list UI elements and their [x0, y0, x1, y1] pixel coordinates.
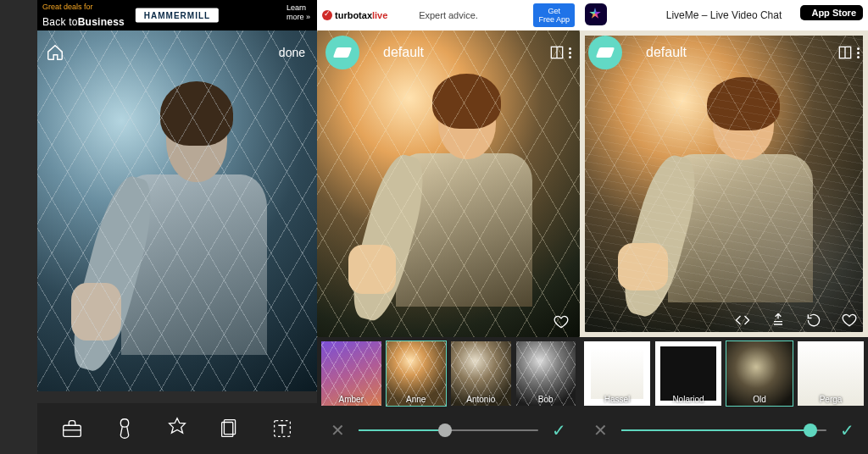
slider-knob[interactable] [804, 424, 817, 437]
filter-label: Antonio [451, 395, 511, 404]
phone-screen-1: Great deals for Back toBusiness HAMMERMI… [37, 0, 317, 454]
ad-learn-more[interactable]: Learn more » [287, 3, 310, 22]
brush-tool-icon[interactable] [112, 416, 137, 441]
app-store-button[interactable]: App Store [800, 5, 863, 20]
filter-thumb-amber[interactable]: Amber [320, 340, 382, 407]
canvas-gap [37, 391, 317, 403]
ad-logo-turbotax: turbotaxlive [322, 10, 387, 20]
compare-button[interactable] [837, 44, 860, 61]
favorite-button[interactable] [553, 313, 570, 330]
ad-cta-line2: Free App [538, 15, 570, 24]
texture-thumb-nolariod[interactable]: Nolariod [654, 340, 722, 407]
texture-label: Hassel [584, 395, 650, 404]
ad-tt2: live [372, 10, 387, 20]
texture-controls [580, 312, 868, 332]
ad-app-icon [585, 3, 607, 25]
slider-knob[interactable] [438, 424, 452, 437]
ad-banner-turbotax[interactable]: turbotaxlive Expert advice. Get Free App [317, 0, 580, 30]
texture-label: Nolariod [655, 395, 721, 404]
shuffle-button[interactable] [770, 312, 787, 332]
intensity-slider[interactable] [359, 429, 538, 431]
filter-label: Amber [321, 395, 381, 404]
compare-button[interactable] [548, 44, 571, 61]
ad-learn-line1: Learn [287, 3, 310, 13]
slider-fill [359, 429, 445, 431]
rotate-button[interactable] [805, 312, 822, 332]
phone-screen-3: LiveMe – Live Video Chat App Store defau… [580, 0, 868, 454]
stage-left-margin [0, 0, 37, 454]
filter-thumb-bob[interactable]: Bob [515, 340, 577, 407]
apply-button[interactable]: ✓ [552, 420, 566, 440]
ad-banner-liveme[interactable]: LiveMe – Live Video Chat App Store [580, 0, 868, 30]
edit-canvas[interactable]: default [580, 30, 868, 337]
texture-thumb-hassel[interactable]: Hassel [583, 340, 651, 407]
intensity-bar: ✕ ✓ [317, 407, 580, 454]
edit-canvas[interactable]: done [37, 30, 317, 391]
texture-thumb-perga[interactable]: Perga [797, 340, 865, 407]
filter-title: default [646, 45, 687, 60]
ad-learn-line2: more » [287, 13, 310, 22]
edit-canvas[interactable]: default [317, 30, 580, 337]
tool-toolbar [37, 403, 317, 454]
home-button[interactable] [46, 43, 64, 62]
apply-button[interactable]: ✓ [840, 420, 854, 440]
more-icon [857, 47, 860, 58]
eraser-icon [596, 47, 615, 58]
flip-button[interactable] [734, 312, 751, 332]
ad-brand-bold: Business [78, 16, 125, 28]
texture-label: Perga [798, 395, 864, 404]
more-icon [569, 47, 571, 58]
toolbox-tool-icon[interactable] [59, 416, 85, 441]
texture-strip[interactable]: Hassel Nolariod Old Perga [580, 337, 868, 407]
ad-banner-hammermill[interactable]: Great deals for Back toBusiness HAMMERMI… [37, 0, 317, 30]
texture-thumb-old[interactable]: Old [726, 340, 793, 407]
ad-text: LiveMe – Live Video Chat [666, 9, 782, 21]
cancel-button[interactable]: ✕ [593, 420, 608, 440]
eraser-button[interactable] [326, 36, 359, 69]
ad-brand-light: Back to [42, 16, 78, 28]
photo-fence-overlay [37, 30, 317, 391]
filter-label: Bob [516, 395, 576, 404]
filter-title: default [383, 45, 424, 60]
photo-fence-overlay [317, 30, 580, 337]
svg-rect-0 [64, 425, 81, 436]
cancel-button[interactable]: ✕ [331, 420, 345, 440]
ad-cta-line1: Get [538, 7, 570, 15]
grunge-overlay [585, 36, 863, 332]
filter-thumb-anne[interactable]: Anne [386, 340, 448, 407]
eraser-button[interactable] [588, 36, 622, 69]
slider-fill [621, 429, 810, 431]
layers-tool-icon[interactable] [217, 416, 242, 441]
phone-screen-2: turbotaxlive Expert advice. Get Free App… [317, 0, 580, 454]
ad-slogan: Expert advice. [419, 10, 478, 20]
texture-label: Old [726, 395, 793, 404]
eraser-icon [333, 47, 352, 58]
filter-label: Anne [387, 395, 447, 404]
filter-thumb-antonio[interactable]: Antonio [450, 340, 512, 407]
ad-cta-button[interactable]: Get Free App [533, 3, 575, 27]
done-button[interactable]: done [279, 46, 305, 59]
effects-tool-icon[interactable] [164, 416, 190, 441]
favorite-button[interactable] [841, 312, 858, 332]
ad-tagline: Great deals for [42, 3, 93, 11]
app-store-label: App Store [811, 8, 856, 18]
filter-strip[interactable]: Amber Anne Antonio Bob [317, 337, 580, 407]
check-icon [322, 10, 332, 20]
ad-tt1: turbotax [335, 10, 372, 20]
text-tool-icon[interactable] [270, 416, 295, 441]
ad-logo-hammermill: HAMMERMILL [136, 8, 219, 23]
intensity-bar: ✕ ✓ [580, 407, 868, 454]
ad-brand: Back toBusiness [42, 16, 125, 28]
intensity-slider[interactable] [621, 429, 826, 431]
